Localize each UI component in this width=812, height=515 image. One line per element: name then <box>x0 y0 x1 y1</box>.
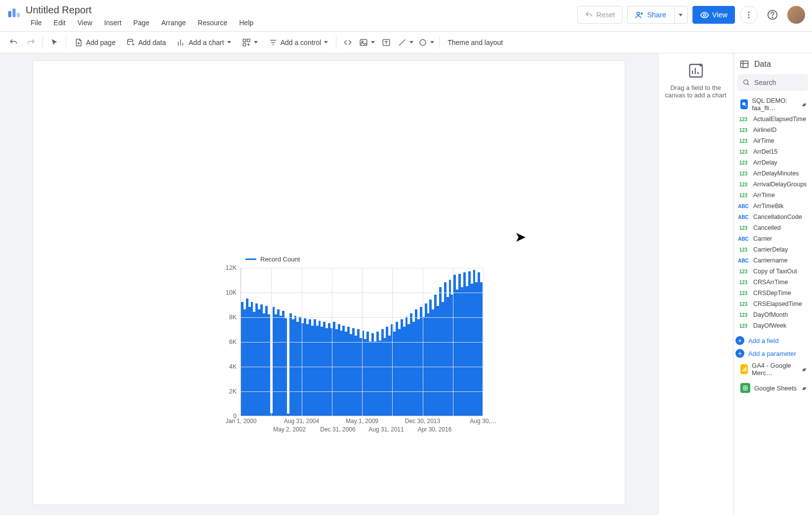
main-menu-bar: File Edit View Insert Page Arrange Resou… <box>26 17 258 29</box>
field-name: DayOfWeek <box>753 322 786 329</box>
field-item[interactable]: 123AirTime <box>735 135 810 146</box>
field-item[interactable]: ABCCancellationCode <box>735 212 810 222</box>
add-data-button[interactable]: Add data <box>122 35 171 50</box>
help-button[interactable] <box>763 5 782 25</box>
menu-page[interactable]: Page <box>128 17 155 29</box>
field-item[interactable]: 123Cancelled <box>735 222 810 233</box>
looker-studio-logo <box>7 6 21 20</box>
person-add-icon <box>635 10 644 20</box>
field-name: AirTime <box>753 137 774 144</box>
expand-collapse-icon[interactable]: ▴▾ <box>802 366 805 373</box>
field-item[interactable]: 123AirlineID <box>735 125 810 135</box>
field-item[interactable]: 123DayOfMonth <box>735 309 810 320</box>
image-button[interactable] <box>357 35 377 50</box>
redo-button[interactable] <box>23 35 40 50</box>
reset-button[interactable]: Reset <box>577 6 622 24</box>
menu-arrange[interactable]: Arrange <box>157 17 191 29</box>
field-item[interactable]: 123ArrDelayMinutes <box>735 168 810 179</box>
field-item[interactable]: ABCArrTimeBlk <box>735 201 810 212</box>
number-type-icon: 123 <box>737 247 749 253</box>
text-type-icon: ABC <box>737 236 749 242</box>
field-item[interactable]: 123DayOfWeek <box>735 320 810 331</box>
field-item[interactable]: ABCCarriername <box>735 255 810 266</box>
menu-edit[interactable]: Edit <box>49 17 71 29</box>
line-button[interactable] <box>396 35 415 50</box>
svg-point-9 <box>772 17 772 17</box>
field-item[interactable]: 123CRSElapsedTime <box>735 299 810 309</box>
document-title[interactable]: Untitled Report <box>26 3 258 16</box>
account-avatar[interactable] <box>787 6 805 24</box>
database-plus-icon <box>126 38 135 47</box>
add-page-button[interactable]: Add page <box>69 35 121 50</box>
gridline <box>332 268 332 416</box>
menu-insert[interactable]: Insert <box>99 17 126 29</box>
expand-collapse-icon[interactable]: ▴▾ <box>802 385 805 391</box>
add-chart-button[interactable]: Add a chart <box>172 35 236 50</box>
datasource-row-bigquery[interactable]: SQL DEMO: faa_fli… ▴▾ <box>737 97 808 112</box>
x-axis-tick-label: Aug 30,… <box>470 418 496 425</box>
datasource-row-ga4[interactable]: GA4 - Google Merc… ▴▾ <box>737 362 808 377</box>
undo-button[interactable] <box>5 35 22 50</box>
more-vert-icon <box>744 10 753 19</box>
add-parameter-button[interactable]: + Add a parameter <box>733 347 812 360</box>
svg-point-7 <box>748 17 750 18</box>
field-name: CRSElapsedTime <box>753 300 802 307</box>
menu-view[interactable]: View <box>73 17 97 29</box>
shape-button[interactable] <box>416 35 436 50</box>
field-item[interactable]: 123ArrTime <box>735 190 810 201</box>
theme-layout-button[interactable]: Theme and layout <box>443 35 508 50</box>
field-item[interactable]: 123CRSArrTime <box>735 277 810 288</box>
community-visualizations-button[interactable] <box>237 35 263 50</box>
reset-label: Reset <box>596 11 615 19</box>
toolbar: Add page Add data Add a chart Add a cont… <box>0 32 812 53</box>
field-item[interactable]: ABCCarrier <box>735 233 810 244</box>
page-plus-icon <box>74 38 83 47</box>
field-name: ArrivalDelayGroups <box>753 181 807 188</box>
expand-collapse-icon[interactable]: ▴▾ <box>802 101 805 108</box>
share-button[interactable]: Share <box>627 6 688 24</box>
number-type-icon: 123 <box>737 149 749 155</box>
field-item[interactable]: 123ArrivalDelayGroups <box>735 179 810 190</box>
add-control-button[interactable]: Add a control <box>264 35 333 50</box>
gridline <box>302 268 302 416</box>
field-item[interactable]: 123ArrDelay <box>735 157 810 168</box>
x-axis-tick-label: Apr 30, 2016 <box>418 426 452 433</box>
gridline <box>271 268 272 416</box>
field-item[interactable]: 123ActualElapsedTime <box>735 114 810 125</box>
field-drop-target[interactable]: Drag a field to the canvas to add a char… <box>658 53 733 515</box>
field-list: 123ActualElapsedTime123AirlineID123AirTi… <box>733 114 812 334</box>
datasource-row-sheets[interactable]: Google Sheets ▴▾ <box>737 381 808 395</box>
svg-rect-12 <box>247 39 249 42</box>
add-parameter-label: Add a parameter <box>748 350 796 357</box>
share-dropdown-toggle[interactable] <box>674 6 687 23</box>
view-button[interactable]: View <box>692 6 735 24</box>
svg-rect-23 <box>744 368 745 371</box>
plus-icon: + <box>735 349 744 358</box>
bar-chart-icon <box>177 38 186 47</box>
more-options-button[interactable] <box>740 6 758 24</box>
canvas-area[interactable]: Record Count 02K4K6K8K10K12KJan 1, 2000A… <box>0 53 658 515</box>
svg-rect-11 <box>243 39 245 42</box>
add-field-button[interactable]: + Add a field <box>733 334 812 347</box>
x-axis-tick-label: Jan 1, 2000 <box>226 418 257 425</box>
report-canvas[interactable]: Record Count 02K4K6K8K10K12KJan 1, 2000A… <box>33 60 625 505</box>
selection-tool-button[interactable] <box>46 35 63 50</box>
data-bar <box>268 314 270 416</box>
data-panel-title: Data <box>754 60 771 69</box>
number-type-icon: 123 <box>737 225 749 231</box>
embed-button[interactable] <box>339 35 356 50</box>
field-name: CRSArrTime <box>753 279 788 286</box>
analytics-icon <box>740 364 748 374</box>
field-search-input[interactable]: Search <box>737 74 808 91</box>
svg-rect-0 <box>8 11 11 17</box>
field-item[interactable]: 123Copy of TaxiOut <box>735 266 810 277</box>
text-button[interactable] <box>378 35 395 50</box>
menu-resource[interactable]: Resource <box>193 17 232 29</box>
time-series-chart[interactable]: Record Count 02K4K6K8K10K12KJan 1, 2000A… <box>216 256 492 433</box>
field-item[interactable]: 123ArrDel15 <box>735 146 810 157</box>
field-item[interactable]: 123CRSDepTime <box>735 288 810 299</box>
menu-file[interactable]: File <box>26 17 47 29</box>
field-item[interactable]: 123CarrierDelay <box>735 244 810 255</box>
menu-help[interactable]: Help <box>234 17 258 29</box>
toolbar-separator <box>439 37 440 48</box>
